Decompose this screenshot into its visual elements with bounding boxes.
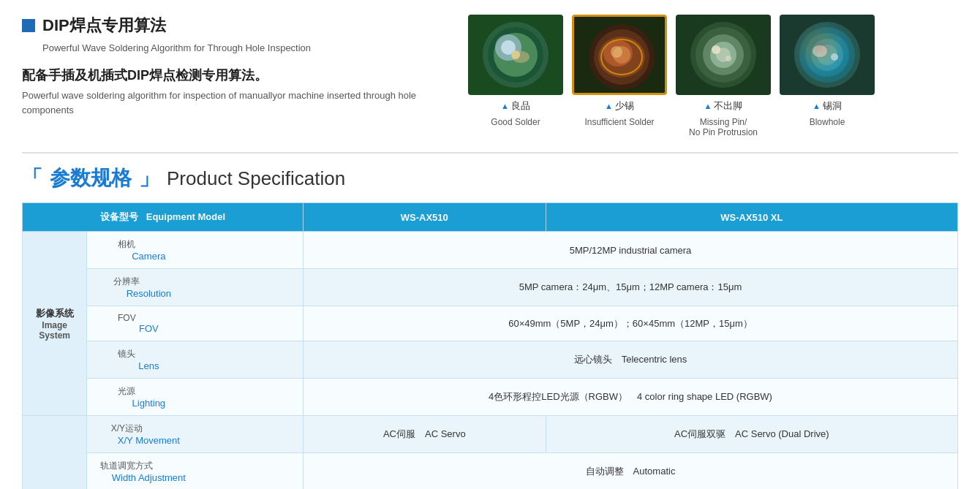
image-gallery: 良品 Good Solder 少锡 Insufficient Solder (468, 15, 875, 137)
field-xy-movement: X/Y运动 X/Y Movement (87, 416, 304, 453)
spec-table: 设备型号 Equipment Model WS-AX510 WS-AX510 X… (22, 202, 958, 489)
group-image-system: 影像系统 Image System (23, 232, 87, 416)
value-lighting: 4色环形程控LED光源（RGBW） 4 color ring shape LED… (303, 379, 957, 416)
field-fov: FOV FOV (87, 306, 304, 341)
section1-subtitle-en: Powerful Wave Soldering Algorithm for Th… (42, 42, 446, 53)
field-lighting: 光源 Lighting (87, 379, 304, 416)
spec-title-cn: 参数规格 (50, 164, 132, 192)
label-cn-missing: 不出脚 (704, 99, 743, 113)
spec-title-en: Product Specification (167, 167, 345, 190)
table-row: 轨道调宽方式 Width Adjustment 自动调整 Automatic (23, 453, 958, 490)
value-lens: 远心镜头 Telecentric lens (303, 341, 957, 379)
label-cn-blowhole: 锡洞 (813, 99, 842, 113)
img-item-insufficient: 少锡 Insufficient Solder (572, 15, 667, 127)
field-lens: 镜头 Lens (87, 341, 304, 379)
svg-point-22 (712, 45, 720, 54)
img-item-blowhole: 锡洞 Blowhole (780, 15, 875, 127)
label-en-insufficient: Insufficient Solder (584, 117, 654, 127)
title-bracket-open: 「 (22, 164, 42, 192)
table-row: 运动机构 Movement Structure X/Y运动 X/Y Moveme… (23, 416, 958, 453)
img-missing-pin (676, 15, 771, 95)
top-section: DIP焊点专用算法 Powerful Wave Soldering Algori… (0, 0, 980, 152)
value-fov: 60×49mm（5MP，24μm）；60×45mm（12MP，15μm） (303, 306, 957, 341)
field-resolution: 分辨率 Resolution (87, 269, 304, 306)
table-row: 光源 Lighting 4色环形程控LED光源（RGBW） 4 color ri… (23, 379, 958, 416)
section2-subtitle-en: Powerful wave soldering algorithm for in… (22, 88, 446, 117)
svg-point-23 (725, 56, 731, 61)
blue-square-icon (22, 19, 35, 32)
table-row: FOV FOV 60×49mm（5MP，24μm）；60×45mm（12MP，1… (23, 306, 958, 341)
table-row: 镜头 Lens 远心镜头 Telecentric lens (23, 341, 958, 379)
table-row: 影像系统 Image System 相机 Camera 5MP/12MP ind… (23, 232, 958, 269)
intro-left: DIP焊点专用算法 Powerful Wave Soldering Algori… (22, 15, 446, 117)
title-bracket-close: 」 (139, 164, 159, 192)
value-width-adj: 自动调整 Automatic (303, 453, 957, 490)
section-divider (22, 152, 958, 153)
th-ws-ax510: WS-AX510 (303, 203, 546, 232)
th-ws-ax510-xl: WS-AX510 XL (546, 203, 957, 232)
value-xy-left: AC伺服 AC Servo (303, 416, 546, 453)
img-blowhole (780, 15, 875, 95)
section1-title-cn: DIP焊点专用算法 (42, 15, 166, 37)
spec-section-title: 「 参数规格 」 Product Specification (0, 157, 980, 202)
svg-point-32 (794, 22, 860, 88)
value-xy-right: AC伺服双驱 AC Servo (Dual Drive) (546, 416, 957, 453)
label-en-missing: Missing Pin/No Pin Protrusion (689, 117, 758, 137)
svg-point-7 (511, 50, 520, 59)
img-good-solder (468, 15, 563, 95)
label-en-blowhole: Blowhole (810, 117, 845, 127)
svg-point-15 (611, 46, 622, 58)
img-item-good-solder: 良品 Good Solder (468, 15, 563, 127)
table-row: 分辨率 Resolution 5MP camera：24μm、15μm；12MP… (23, 269, 958, 306)
value-camera: 5MP/12MP industrial camera (303, 232, 957, 269)
label-cn-good: 良品 (501, 99, 530, 113)
value-resolution: 5MP camera：24μm、15μm；12MP camera：15μm (303, 269, 957, 306)
group-movement: 运动机构 Movement Structure (23, 416, 87, 490)
label-en-good: Good Solder (491, 117, 540, 127)
th-equipment-model: 设备型号 Equipment Model (23, 203, 304, 232)
img-item-missing-pin: 不出脚 Missing Pin/No Pin Protrusion (676, 15, 771, 137)
title-row-1: DIP焊点专用算法 (22, 15, 446, 37)
img-insufficient-solder (572, 15, 667, 95)
field-width-adj: 轨道调宽方式 Width Adjustment (87, 453, 304, 490)
label-cn-insufficient: 少锡 (605, 99, 634, 113)
spec-table-wrap: 设备型号 Equipment Model WS-AX510 WS-AX510 X… (0, 202, 980, 489)
field-camera: 相机 Camera (87, 232, 304, 269)
section2-title-cn: 配备手插及机插式DIP焊点检测专用算法。 (22, 67, 446, 84)
